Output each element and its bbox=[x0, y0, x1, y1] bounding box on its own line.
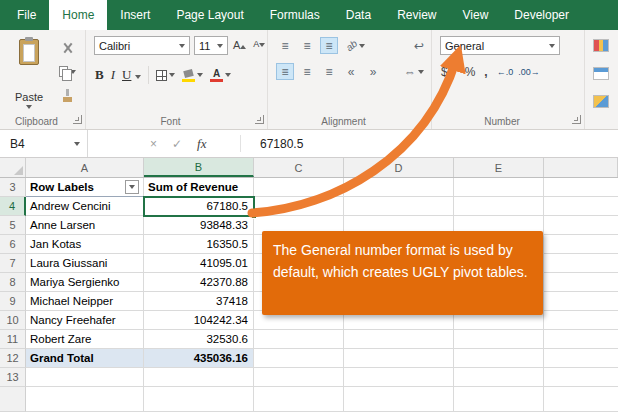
name-box[interactable]: B4 bbox=[0, 130, 88, 157]
format-painter-button[interactable] bbox=[56, 88, 78, 103]
font-dialog-launcher[interactable] bbox=[255, 115, 264, 124]
copy-button[interactable] bbox=[56, 64, 78, 79]
cell-a12[interactable]: Grand Total bbox=[26, 349, 144, 368]
cell-f7[interactable] bbox=[544, 254, 618, 273]
cell-a10[interactable]: Nancy Freehafer bbox=[26, 311, 144, 330]
column-header-a[interactable]: A bbox=[26, 158, 144, 177]
cell-a3[interactable]: Row Labels bbox=[26, 178, 144, 197]
cell-a13[interactable] bbox=[26, 368, 144, 387]
increase-decimal-button[interactable]: ←.0 bbox=[497, 67, 514, 77]
tab-page-layout[interactable]: Page Layout bbox=[163, 0, 256, 30]
increase-indent-button[interactable]: » bbox=[364, 63, 382, 80]
tab-file[interactable]: File bbox=[4, 0, 49, 30]
cut-button[interactable] bbox=[56, 40, 78, 55]
conditional-formatting-icon[interactable] bbox=[593, 39, 609, 52]
cell-f5[interactable] bbox=[544, 216, 618, 235]
row-header-partial[interactable] bbox=[0, 387, 26, 412]
tab-formulas[interactable]: Formulas bbox=[257, 0, 333, 30]
cell-d-partial[interactable] bbox=[344, 387, 454, 412]
cell-f-partial[interactable] bbox=[544, 387, 618, 412]
name-box-dropdown-icon[interactable] bbox=[74, 142, 80, 146]
insert-function-button[interactable]: fx bbox=[197, 136, 206, 152]
wrap-text-button[interactable]: ↩ bbox=[414, 39, 424, 53]
merge-center-button[interactable]: ⇔ bbox=[404, 65, 424, 79]
row-header-7[interactable]: 7 bbox=[0, 254, 26, 273]
underline-button[interactable]: U bbox=[122, 67, 141, 83]
align-middle-button[interactable]: ≡ bbox=[298, 37, 316, 54]
align-center-button[interactable]: ≡ bbox=[298, 63, 316, 80]
cell-b5[interactable]: 93848.33 bbox=[144, 216, 254, 235]
enter-button[interactable]: ✓ bbox=[172, 137, 182, 151]
decrease-indent-button[interactable]: « bbox=[342, 63, 360, 80]
percent-style-button[interactable]: % bbox=[465, 65, 476, 79]
font-name-combo[interactable]: Calibri bbox=[94, 36, 190, 55]
cell-c-partial[interactable] bbox=[254, 387, 344, 412]
align-left-button[interactable]: ≡ bbox=[276, 63, 294, 80]
row-labels-filter-button[interactable] bbox=[125, 180, 139, 194]
cell-f10[interactable] bbox=[544, 311, 618, 330]
cell-b11[interactable]: 32530.6 bbox=[144, 330, 254, 349]
orientation-button[interactable]: ab bbox=[346, 40, 365, 51]
paste-button[interactable]: Paste bbox=[7, 36, 51, 112]
row-header-5[interactable]: 5 bbox=[0, 216, 26, 235]
shrink-font-button[interactable]: A bbox=[253, 39, 265, 49]
cell-a4[interactable]: Andrew Cencini bbox=[26, 197, 144, 216]
cell-f9[interactable] bbox=[544, 292, 618, 311]
bold-button[interactable]: B bbox=[95, 67, 104, 83]
cell-d12[interactable] bbox=[344, 349, 454, 368]
column-header-e[interactable]: E bbox=[454, 158, 544, 177]
cell-e4[interactable] bbox=[454, 197, 544, 216]
cell-d3[interactable] bbox=[344, 178, 454, 197]
tab-insert[interactable]: Insert bbox=[107, 0, 163, 30]
row-header-3[interactable]: 3 bbox=[0, 178, 26, 197]
row-header-9[interactable]: 9 bbox=[0, 292, 26, 311]
cell-d4[interactable] bbox=[344, 197, 454, 216]
cell-d11[interactable] bbox=[344, 330, 454, 349]
cell-f8[interactable] bbox=[544, 273, 618, 292]
cell-a-partial[interactable] bbox=[26, 387, 144, 412]
tab-review[interactable]: Review bbox=[384, 0, 449, 30]
cell-b3[interactable]: Sum of Revenue bbox=[144, 178, 254, 197]
cell-b10[interactable]: 104242.34 bbox=[144, 311, 254, 330]
cell-e11[interactable] bbox=[454, 330, 544, 349]
select-all-corner[interactable] bbox=[0, 158, 26, 177]
column-header-partial[interactable] bbox=[544, 158, 618, 177]
cell-b13[interactable] bbox=[144, 368, 254, 387]
row-header-8[interactable]: 8 bbox=[0, 273, 26, 292]
cell-c13[interactable] bbox=[254, 368, 344, 387]
grow-font-button[interactable]: A bbox=[233, 39, 246, 51]
cell-f12[interactable] bbox=[544, 349, 618, 368]
cell-b4[interactable]: 67180.5 bbox=[144, 197, 254, 216]
tab-view[interactable]: View bbox=[450, 0, 502, 30]
cell-e12[interactable] bbox=[454, 349, 544, 368]
align-top-button[interactable]: ≡ bbox=[276, 37, 294, 54]
cell-a11[interactable]: Robert Zare bbox=[26, 330, 144, 349]
row-header-12[interactable]: 12 bbox=[0, 349, 26, 368]
borders-button[interactable] bbox=[156, 70, 175, 81]
cell-c12[interactable] bbox=[254, 349, 344, 368]
cell-b-partial[interactable] bbox=[144, 387, 254, 412]
cell-b12[interactable]: 435036.16 bbox=[144, 349, 254, 368]
number-dialog-launcher[interactable] bbox=[572, 115, 581, 124]
cell-a8[interactable]: Mariya Sergienko bbox=[26, 273, 144, 292]
cell-c4[interactable] bbox=[254, 197, 344, 216]
row-header-11[interactable]: 11 bbox=[0, 330, 26, 349]
font-size-combo[interactable]: 11 bbox=[194, 36, 228, 55]
cell-a5[interactable]: Anne Larsen bbox=[26, 216, 144, 235]
font-color-button[interactable]: A bbox=[210, 68, 231, 82]
align-right-button[interactable]: ≡ bbox=[320, 63, 338, 80]
row-header-6[interactable]: 6 bbox=[0, 235, 26, 254]
fill-color-button[interactable] bbox=[182, 69, 203, 82]
column-header-d[interactable]: D bbox=[344, 158, 454, 177]
row-header-13[interactable]: 13 bbox=[0, 368, 26, 387]
italic-button[interactable]: I bbox=[111, 67, 115, 83]
clipboard-dialog-launcher[interactable] bbox=[73, 115, 82, 124]
cell-a9[interactable]: Michael Neipper bbox=[26, 292, 144, 311]
cell-c11[interactable] bbox=[254, 330, 344, 349]
cell-e13[interactable] bbox=[454, 368, 544, 387]
number-format-combo[interactable]: General bbox=[440, 36, 560, 55]
cell-f4[interactable] bbox=[544, 197, 618, 216]
decrease-decimal-button[interactable]: .00→ bbox=[518, 67, 540, 77]
cell-f13[interactable] bbox=[544, 368, 618, 387]
cell-styles-icon[interactable] bbox=[593, 95, 609, 108]
